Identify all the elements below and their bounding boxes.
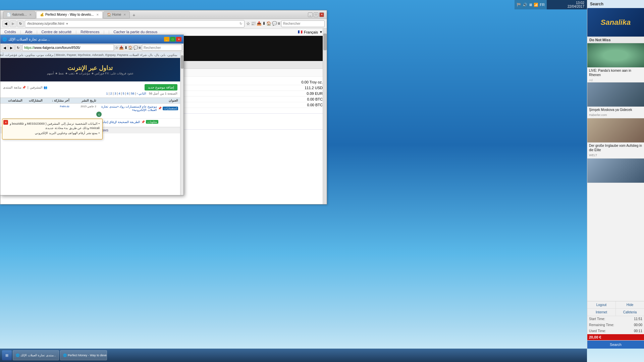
scrollbar-thumb[interactable]: [323, 34, 327, 50]
news-card-4[interactable]: [587, 159, 644, 183]
page-4[interactable]: 4: [118, 92, 120, 95]
back-button[interactable]: ◀: [2, 20, 9, 27]
taskbar-task-pm[interactable]: 🌐 Perfect Money - Way to develo...: [60, 350, 107, 360]
row2-badge: معلومات: [146, 120, 158, 124]
logout-button[interactable]: Logout: [587, 301, 616, 308]
page-56[interactable]: 56: [131, 92, 135, 95]
page-3[interactable]: 3: [114, 92, 116, 95]
forum-ad-subtitle: عقود فروقات على: FX فوركس ★ مؤشرات ★ ذهب…: [47, 72, 133, 75]
forum-search-input[interactable]: [142, 45, 182, 51]
maximize-button[interactable]: □: [314, 12, 318, 17]
refresh-button[interactable]: ↻: [17, 20, 24, 27]
forum-ad-banner[interactable]: تداول عبر الإنترنت عقود فروقات على: FX ف…: [0, 58, 180, 81]
forum-menu-icon[interactable]: ≡: [139, 46, 141, 50]
nav-cacher[interactable]: Cacher la partie du dessus: [113, 30, 157, 34]
hide-button[interactable]: Hide: [616, 301, 644, 308]
row1-last: Fethi.dz: [43, 105, 69, 108]
download-icon[interactable]: ⬇: [262, 21, 266, 26]
nav-aide[interactable]: Aide: [25, 30, 33, 34]
menu-icon[interactable]: ≡: [278, 21, 280, 26]
news-card-1[interactable]: LIVE: Panda's komen aan in Rhenen Ad: [587, 43, 644, 82]
row2-title: الطريقة الصحيحة لإرفاق إثبات عند: [96, 120, 140, 124]
language-selector[interactable]: 🇫🇷 Français ▼: [298, 30, 323, 34]
url-bar[interactable]: rfectmoney.is/profile.html ▼ ↻: [25, 20, 245, 27]
news-card-3[interactable]: Der große Irrglaube vom Aufstieg in die …: [587, 118, 644, 159]
tab3-close[interactable]: ✕: [123, 13, 126, 16]
nav-credits[interactable]: Crédits: [4, 30, 16, 34]
nav-sep-4: |: [104, 30, 105, 34]
news-source-3: WELT: [587, 153, 644, 158]
chat-icon[interactable]: 💬: [272, 21, 277, 26]
forum-scrollbar-thumb[interactable]: [181, 55, 183, 69]
page-scrollbar[interactable]: [323, 28, 327, 204]
home-icon[interactable]: 🏠: [266, 21, 271, 26]
row1-meta: ج: [96, 112, 178, 117]
remaining-label: Remaining Time:: [587, 322, 627, 328]
row1-badge: إستفسارات: [163, 107, 178, 110]
forum-back[interactable]: ◀: [2, 45, 8, 51]
remaining-value: 00:00: [627, 322, 644, 328]
close-button[interactable]: ✕: [319, 12, 324, 17]
tab1-close[interactable]: ✕: [29, 13, 32, 16]
minimize-button[interactable]: _: [308, 12, 313, 17]
forum-url-bar[interactable]: https:// www.4algeria.com/forum/f/505/: [22, 44, 114, 51]
search-input[interactable]: [281, 20, 325, 27]
new-tab-button[interactable]: +: [130, 12, 137, 18]
browser-tab-1[interactable]: 📄 4akmeb... ✕: [3, 11, 36, 18]
internet-button[interactable]: Internet: [587, 309, 616, 316]
col-replies: المشاركات: [22, 99, 43, 102]
sidebar-ad-brand: Sanalika: [601, 18, 631, 27]
row2-topic: معلومات 📌 الطريقة الصحيحة لإرفاق إثبات ع…: [96, 120, 178, 124]
lang-dropdown-icon[interactable]: ▼: [319, 30, 323, 34]
system-clock: 13:02 22/04/2017: [547, 0, 587, 9]
start-button[interactable]: ⊞: [2, 350, 12, 360]
forum-ad-title: تداول عبر الإنترنت: [47, 64, 133, 72]
row1-date: 2 جانفي 2015: [69, 105, 96, 108]
popup-close-button[interactable]: ✕: [3, 120, 8, 125]
forum-pocket-icon[interactable]: 📥: [119, 46, 124, 50]
browser-tab-2[interactable]: 💰 Perfect Money - Way to develo... ✕: [36, 11, 103, 18]
forum-minimize[interactable]: _: [164, 37, 169, 42]
page-1[interactable]: 1: [106, 92, 108, 95]
forum-close[interactable]: ✕: [176, 37, 181, 42]
forum-refresh[interactable]: ↻: [15, 45, 21, 51]
news-image-panda: [587, 43, 644, 67]
bookmark-icon[interactable]: ☆: [246, 21, 250, 26]
forum-maximize[interactable]: □: [170, 37, 175, 42]
add-topic-button[interactable]: إضافة موضوع جديد: [145, 84, 177, 90]
sidebar-search-button[interactable]: Search: [587, 341, 644, 349]
forum-chat-icon[interactable]: 💬: [133, 46, 138, 50]
used-value: 00:11: [627, 328, 644, 334]
nav-centre[interactable]: Centre de sécurité: [42, 30, 72, 34]
browser-toolbar: ◀ ▶ ↻ rfectmoney.is/profile.html ▼ ↻ ☆ 📰…: [0, 19, 327, 28]
page-5[interactable]: 5: [123, 92, 124, 95]
forum-toolbar: ◀ ▶ ↻ https:// www.4algeria.com/forum/f/…: [0, 44, 183, 52]
forum-row-1[interactable]: إستفسارات 📌 موضوع عام لإستفسارات رواد «م…: [0, 104, 180, 119]
url-dropdown[interactable]: ▼: [65, 22, 68, 25]
total-label: 20,00 €: [587, 334, 627, 340]
start-time-value: 11:51: [627, 316, 644, 322]
reader-icon[interactable]: 📰: [251, 21, 256, 26]
news-card-2[interactable]: Şimşek Moskova ya Gidecek Haberler.com: [587, 82, 644, 118]
page-2[interactable]: 2: [110, 92, 112, 95]
nav-references[interactable]: Références: [80, 30, 99, 34]
page-6[interactable]: 6: [127, 92, 128, 95]
forum-download-icon[interactable]: ⬇: [124, 46, 127, 50]
refresh-url-icon[interactable]: ↻: [239, 22, 242, 25]
pocket-icon[interactable]: 📥: [257, 21, 262, 26]
forum-scrollbar[interactable]: [180, 52, 183, 195]
balance-value-3: 0.09 EUR: [307, 92, 323, 96]
cafeteria-button[interactable]: Cafeteria: [616, 309, 644, 316]
forum-table-header: العنوان تاريخ النشر آخر مشاركة ↓ المشارك…: [0, 98, 180, 104]
forum-forward[interactable]: ▶: [8, 45, 14, 51]
page-next[interactable]: الثاني ›: [137, 92, 147, 95]
nav-buttons: ◀ ▶ ↻: [2, 20, 24, 27]
browser-tab-3[interactable]: 🏠 Home ✕: [103, 11, 130, 18]
tab2-close[interactable]: ✕: [96, 13, 99, 16]
forum-home-icon[interactable]: 🏠: [128, 46, 133, 50]
forum-bookmark-icon[interactable]: ☆: [115, 46, 118, 50]
forward-button[interactable]: ▶: [10, 20, 16, 27]
taskbar-task-forum[interactable]: 🌐 منتدى تجارة العملات الإلك...: [13, 350, 59, 360]
nav-sep-1: |: [20, 30, 21, 34]
start-time-row: Start Time: 11:51: [587, 316, 644, 322]
